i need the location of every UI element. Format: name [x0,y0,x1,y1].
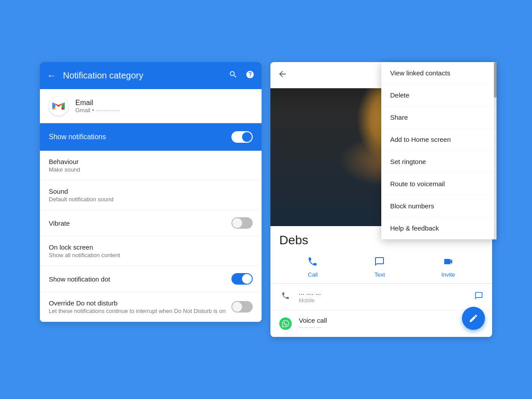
notification-dot-title: Show notification dot [49,275,110,283]
settings-list: Behaviour Make sound Sound Default notif… [40,151,262,322]
phone-detail-text: ··· ···· ··· Mobile [299,290,467,304]
behaviour-subtitle: Make sound [49,166,80,173]
phone-detail-icon [279,291,292,302]
behaviour-row[interactable]: Behaviour Make sound [40,151,262,180]
dropdown-item-set-ringtone[interactable]: Set ringtone [381,151,497,173]
dropdown-scrollbar-thumb [494,62,497,98]
header-icons [229,70,254,81]
sound-text: Sound Default notification sound [49,188,113,203]
dropdown-item-route-voicemail[interactable]: Route to voicemail [381,173,497,195]
whatsapp-action: Voice call [299,317,483,324]
lock-screen-text: On lock screen Show all notification con… [49,243,120,258]
text-icon [374,256,385,270]
whatsapp-detail-row: Voice call ··· ·· ···· ··· [270,310,492,337]
phone-message-icon[interactable] [474,291,483,302]
notification-dot-text: Show notification dot [49,275,110,283]
behaviour-title: Behaviour [49,158,80,165]
dnd-text: Override Do not disturb Let these notifi… [49,299,226,314]
dnd-title: Override Do not disturb [49,299,226,307]
call-icon [307,256,318,270]
call-button[interactable]: Call [307,256,318,278]
dropdown-item-add-home[interactable]: Add to Home screen [381,129,497,151]
dropdown-item-share[interactable]: Share [381,106,497,129]
behaviour-text: Behaviour Make sound [49,158,80,173]
vibrate-title: Vibrate [49,219,70,227]
back-button[interactable]: ← [47,70,56,81]
notification-category-panel: ← Notification category [40,62,262,322]
gmail-icon [49,96,68,116]
show-notifications-label: Show notifications [49,133,106,141]
dropdown-menu: View linked contacts Delete Share Add to… [381,62,497,239]
notification-dot-knob [242,274,252,284]
show-notifications-row[interactable]: Show notifications [40,123,262,151]
left-header: ← Notification category [40,62,262,89]
edit-fab[interactable] [462,307,485,330]
email-app-row: Email Gmail • ··············· [40,89,262,123]
vibrate-toggle[interactable] [231,217,253,229]
invite-icon [443,256,454,270]
help-icon[interactable] [246,70,254,81]
dropdown-item-view-linked[interactable]: View linked contacts [381,62,497,84]
call-label: Call [308,271,317,278]
search-icon[interactable] [229,70,238,81]
dropdown-item-delete[interactable]: Delete [381,84,497,106]
whatsapp-number: ··· ·· ···· ··· [299,324,483,330]
right-wrapper: Debs Call Text [270,62,492,337]
sound-row[interactable]: Sound Default notification sound [40,180,262,210]
dnd-toggle-knob [232,302,242,312]
lock-screen-subtitle: Show all notification content [49,252,120,258]
phone-detail-row: ··· ···· ··· Mobile [270,284,492,310]
whatsapp-icon [279,317,292,330]
dropdown-item-block-numbers[interactable]: Block numbers [381,195,497,217]
notification-dot-row[interactable]: Show notification dot [40,266,262,292]
invite-button[interactable]: Invite [441,256,455,278]
sound-title: Sound [49,188,113,195]
contact-back-button[interactable] [278,69,287,81]
dropdown-item-help[interactable]: Help & feedback [381,217,497,239]
vibrate-row[interactable]: Vibrate [40,210,262,236]
toggle-knob [242,132,252,142]
show-notifications-toggle[interactable] [231,131,253,143]
text-button[interactable]: Text [374,256,385,278]
page-title: Notification category [63,70,222,81]
vibrate-text: Vibrate [49,219,70,227]
email-subtitle: Gmail • ··············· [75,107,120,113]
dnd-toggle[interactable] [231,301,253,313]
notification-dot-toggle[interactable] [231,273,253,285]
phone-number: ··· ···· ··· [299,290,467,297]
phone-type: Mobile [299,297,467,304]
lock-screen-row[interactable]: On lock screen Show all notification con… [40,236,262,266]
vibrate-toggle-knob [232,218,242,228]
text-label: Text [375,271,385,278]
email-info: Email Gmail • ··············· [75,99,120,113]
invite-label: Invite [441,271,455,278]
email-title: Email [75,99,120,107]
lock-screen-title: On lock screen [49,243,120,251]
contact-actions: Call Text Invite [270,251,492,284]
whatsapp-detail-text: Voice call ··· ·· ···· ··· [299,317,483,330]
dropdown-scrollbar [494,62,497,239]
dnd-subtitle: Let these notifications continue to inte… [49,308,226,314]
sound-subtitle: Default notification sound [49,196,113,203]
dnd-row[interactable]: Override Do not disturb Let these notifi… [40,292,262,322]
